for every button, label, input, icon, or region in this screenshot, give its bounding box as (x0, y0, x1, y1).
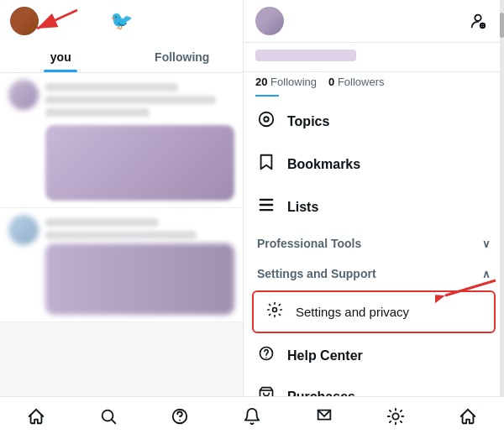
professional-tools-header[interactable]: Professional Tools ∨ (244, 228, 504, 259)
right-scrollbar[interactable] (500, 0, 504, 396)
feed-item-2 (0, 208, 243, 322)
lists-icon (257, 196, 276, 218)
purchases-icon (257, 386, 276, 396)
left-user-avatar[interactable] (10, 7, 39, 35)
profile-blurred (244, 43, 504, 72)
tab-you[interactable]: you (0, 42, 122, 72)
help-center-icon (257, 345, 276, 366)
bottom-nav-home-right[interactable] (432, 404, 504, 429)
svg-point-6 (260, 112, 274, 127)
topics-icon (257, 110, 276, 133)
bottom-nav (0, 396, 504, 434)
svg-rect-9 (260, 204, 274, 206)
purchases-label: Purchases (287, 390, 355, 397)
main-content: 🐦 you Following (0, 0, 504, 396)
bottom-nav-brightness[interactable] (360, 404, 433, 429)
svg-point-2 (475, 15, 480, 21)
settings-support-chevron: ∧ (482, 268, 491, 280)
lists-label: Lists (287, 200, 318, 215)
svg-point-13 (273, 308, 277, 312)
menu-item-purchases[interactable]: Purchases (244, 376, 504, 396)
professional-tools-label: Professional Tools (257, 237, 361, 250)
svg-line-24 (390, 410, 391, 411)
active-tab-indicator (255, 95, 279, 97)
right-top-bar (244, 0, 504, 43)
tab-following[interactable]: Following (122, 42, 244, 72)
svg-point-15 (265, 357, 267, 358)
settings-privacy-label: Settings and privacy (296, 305, 409, 319)
settings-support-label: Settings and Support (257, 267, 376, 280)
svg-line-25 (401, 421, 402, 422)
bottom-nav-home[interactable] (0, 404, 72, 429)
settings-privacy-icon (265, 301, 284, 322)
menu-item-bookmarks[interactable]: Bookmarks (244, 143, 504, 186)
add-people-button[interactable] (464, 7, 492, 35)
menu-item-settings-privacy[interactable]: Settings and privacy (252, 290, 496, 333)
bookmarks-icon (257, 153, 276, 175)
svg-line-29 (401, 410, 402, 411)
left-top-bar: 🐦 (0, 0, 243, 42)
bottom-nav-notifications[interactable] (216, 404, 288, 429)
menu-item-lists[interactable]: Lists (244, 186, 504, 228)
topics-label: Topics (287, 114, 329, 129)
bottom-nav-search[interactable] (72, 404, 144, 429)
followers-stat: 0 Followers (328, 76, 384, 88)
twitter-logo: 🐦 (47, 10, 196, 32)
svg-point-7 (264, 117, 269, 122)
right-panel: 20 Following 0 Followers Topics (244, 0, 504, 396)
settings-support-items: Settings and privacy Help Center (244, 290, 504, 396)
svg-line-18 (112, 420, 115, 423)
svg-line-28 (390, 421, 391, 422)
right-user-avatar[interactable] (255, 7, 284, 35)
svg-point-21 (393, 413, 399, 419)
bottom-nav-messages[interactable] (288, 404, 360, 429)
help-center-label: Help Center (287, 348, 363, 363)
menu-item-topics[interactable]: Topics (244, 100, 504, 143)
follow-stats: 20 Following 0 Followers (244, 72, 504, 95)
twitter-bird-icon: 🐦 (110, 10, 133, 32)
menu-items: Topics Bookmarks (244, 100, 504, 396)
professional-tools-chevron: ∨ (482, 238, 491, 250)
left-feed (0, 73, 243, 396)
following-stat: 20 Following (255, 76, 317, 88)
bookmarks-label: Bookmarks (287, 157, 360, 172)
bottom-nav-spaces[interactable] (144, 404, 216, 429)
left-panel: 🐦 you Following (0, 0, 244, 396)
settings-support-header[interactable]: Settings and Support ∧ (244, 259, 504, 289)
feed-item-1 (0, 73, 243, 208)
left-tabs: you Following (0, 42, 243, 73)
svg-rect-10 (260, 209, 274, 211)
svg-point-20 (179, 420, 181, 421)
menu-item-help-center[interactable]: Help Center (244, 335, 504, 376)
svg-rect-8 (260, 199, 274, 201)
